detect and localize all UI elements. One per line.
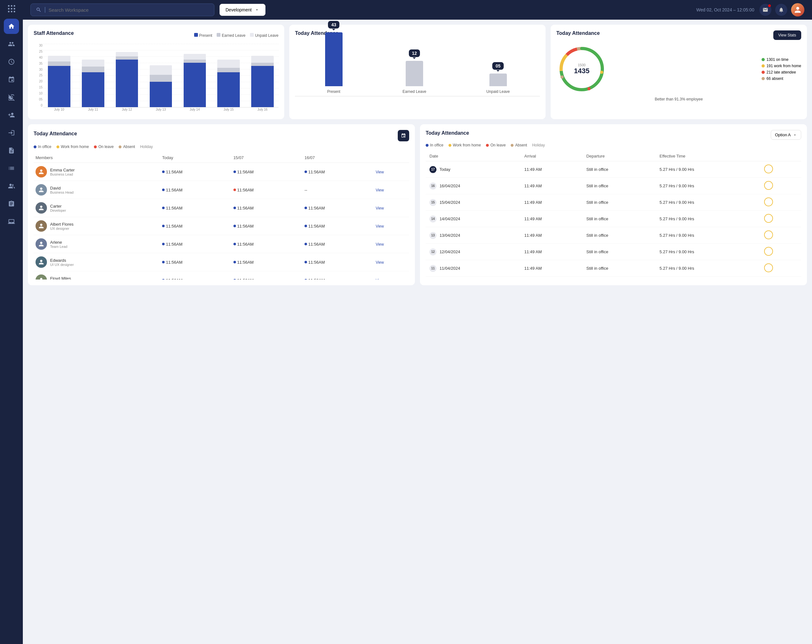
sidebar [0, 0, 23, 644]
effective-cell: 5.27 Hrs / 9.00 Hrs [656, 244, 760, 260]
circle-icon-cell [760, 211, 801, 227]
d2-time: 11:56AM [302, 253, 374, 271]
d1-time: 11:56AM [232, 235, 302, 253]
date-cell: 14 14/04/2024 [426, 211, 520, 227]
today-time: 11:56AM [160, 181, 231, 199]
legend-ontime-label: 1301 on time [767, 57, 789, 62]
member-cell: Emma Carter Business Lead [34, 163, 160, 181]
view-link[interactable]: View [375, 260, 384, 265]
dot-tan [762, 77, 765, 80]
today-time: 11:56AM [160, 253, 231, 271]
mail-badge [768, 5, 771, 7]
member-cell: David Business Head [34, 181, 160, 199]
sidebar-item-list[interactable] [4, 161, 19, 176]
view-link-cell[interactable]: View [374, 163, 409, 181]
sidebar-item-monitor[interactable] [4, 214, 19, 229]
leg-r-in-office: In office [430, 143, 443, 148]
departure-cell: Still in office [583, 211, 656, 227]
effective-cell: 5.27 Hrs / 9.00 Hrs [656, 277, 760, 278]
circle-icon-cell [760, 194, 801, 211]
date-value: 11/04/2024 [440, 266, 460, 270]
bar-groups [43, 44, 278, 107]
donut-legend: 1301 on time 191 work from home 212 late… [762, 57, 801, 81]
departure-cell: Still in office [583, 244, 656, 260]
d2-time: 11:56AM [302, 271, 374, 280]
view-link-cell[interactable]: View [374, 253, 409, 271]
sidebar-item-person-add[interactable] [4, 107, 19, 123]
view-link[interactable]: View [375, 224, 384, 228]
view-link[interactable]: View [375, 242, 384, 247]
view-link-cell[interactable]: View [374, 271, 409, 280]
bottom-left-table-wrap: Members Today 15/07 16/07 [34, 153, 409, 280]
view-link[interactable]: View [375, 188, 384, 192]
table-row: Floyd Miles Data Analyst 11:56AM 11:56AM… [34, 271, 409, 280]
donut-main-value: 1435 [574, 67, 590, 75]
member-role: UI UX designer [50, 263, 74, 266]
effective-cell: 5.27 Hrs / 9.00 Hrs [656, 260, 760, 277]
leg-wfh: Work from home [61, 145, 89, 149]
better-text: Better than 91.3% employee [556, 97, 801, 101]
d1-time: 11:56AM [232, 163, 302, 181]
view-stats-button[interactable]: View Stats [773, 30, 801, 40]
view-link-cell[interactable]: View [374, 217, 409, 235]
calendar-icon-btn[interactable] [398, 130, 409, 142]
member-name: Edwards [50, 258, 74, 263]
arrival-cell: 11:49 AM [520, 161, 583, 178]
bell-icon-btn[interactable] [775, 4, 787, 16]
r-col-departure: Departure [583, 151, 656, 161]
bar-group-3 [145, 65, 177, 107]
today-time: 11:56AM [160, 271, 231, 280]
bar-group-4 [179, 54, 211, 107]
effective-circle-icon [764, 247, 773, 256]
view-link-cell[interactable]: View [374, 181, 409, 199]
col-today: Today [160, 153, 231, 163]
search-input[interactable] [49, 7, 209, 13]
mail-icon-btn[interactable] [759, 4, 771, 16]
legend-wfh-label: 191 work from home [767, 64, 801, 68]
view-link[interactable]: View [375, 170, 384, 174]
bottom-right-table-wrap: Date Arrival Departure Effective Time 17… [426, 151, 801, 278]
member-name: Floyd Miles [50, 276, 71, 280]
present-label: Present [327, 89, 340, 94]
dot-late [588, 87, 591, 90]
sidebar-item-clipboard[interactable] [4, 196, 19, 212]
circle-icon-cell [760, 178, 801, 194]
view-link-cell[interactable]: View [374, 235, 409, 253]
date-num-badge: 15 [429, 199, 437, 206]
sidebar-item-camera[interactable] [4, 90, 19, 105]
leg-r-holiday: Holiday [532, 143, 545, 148]
member-cell: Floyd Miles Data Analyst [34, 271, 160, 280]
sidebar-item-home[interactable] [4, 19, 19, 34]
member-role: Business Lead [50, 172, 75, 176]
today-time: 11:56AM [160, 199, 231, 217]
view-link[interactable]: View [375, 206, 384, 210]
r-col-effective: Effective Time [656, 151, 760, 161]
view-link-cell[interactable]: View [374, 199, 409, 217]
sidebar-item-people[interactable] [4, 37, 19, 52]
sidebar-item-calendar[interactable] [4, 72, 19, 87]
effective-circle-icon [764, 214, 773, 223]
content-area: Staff Attendance Present Earned Leave Un… [23, 20, 812, 644]
effective-circle-icon [764, 198, 773, 206]
legend-wfh: 191 work from home [762, 64, 801, 68]
sidebar-item-clock[interactable] [4, 54, 19, 69]
search-box[interactable] [31, 3, 214, 16]
mail-icon [763, 7, 768, 13]
date-num-badge: 17 [429, 166, 437, 173]
workspace-dropdown[interactable]: Development [220, 4, 266, 16]
user-avatar[interactable] [791, 3, 804, 17]
date-value: 13/04/2024 [440, 233, 460, 238]
sidebar-item-login[interactable] [4, 125, 19, 140]
member-cell: Carter Developer [34, 199, 160, 217]
sidebar-grid-icon [8, 5, 15, 12]
sidebar-item-group[interactable] [4, 178, 19, 193]
date-num-badge: 11 [429, 265, 437, 272]
unpaid-label: Unpaid Leave [486, 89, 510, 94]
date-cell: 12 12/04/2024 [426, 244, 520, 260]
view-link[interactable]: View [375, 278, 384, 280]
option-dropdown[interactable]: Option A [771, 130, 801, 140]
departure-cell: Still in office [583, 277, 656, 278]
today-bar-chart: 43 Present 12 Earned Leave [295, 40, 540, 104]
sidebar-item-document[interactable] [4, 143, 19, 158]
member-name: Carter [50, 204, 66, 209]
